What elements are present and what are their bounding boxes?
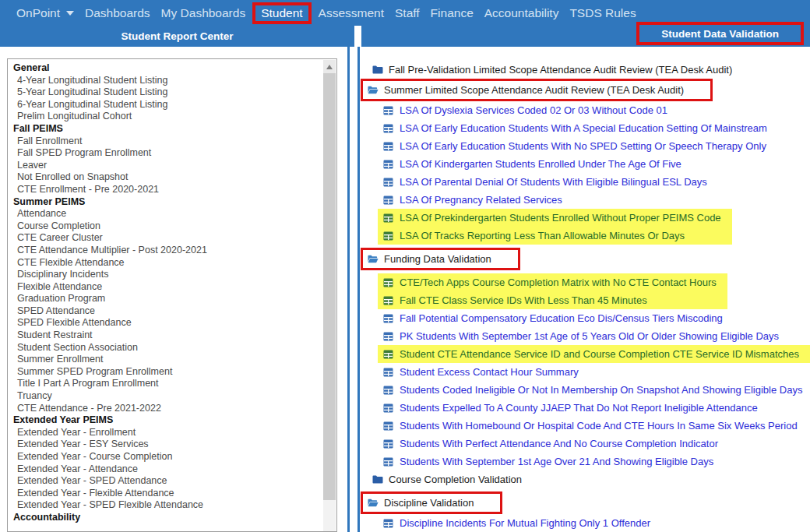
validation-report-link[interactable]: Student Excess Contact Hour Summary <box>366 363 808 381</box>
report-link-label: CTE/Tech Apps Course Completion Matrix w… <box>400 277 717 288</box>
nav-item-assessment[interactable]: Assessment <box>313 6 389 20</box>
report-link-label: Students With September 1st Age Over 21 … <box>400 456 713 467</box>
nav-item-label: Accountability <box>484 6 559 20</box>
report-list-item[interactable]: 5-Year Longitudinal Student Listing <box>8 86 322 99</box>
report-list-item[interactable]: 6-Year Longitudinal Student Listing <box>8 99 322 111</box>
validation-report-link[interactable]: Fall CTE Class Service IDs With Less Tha… <box>378 291 717 309</box>
report-list-item[interactable]: Summer Enrollment <box>8 354 322 366</box>
validation-report-link[interactable]: Students With Homebound Or Hospital Code… <box>366 417 808 435</box>
validation-report-link[interactable]: LSA Of Early Education Students With A S… <box>366 119 808 137</box>
left-widget-title-bar: Student Report Center <box>0 26 354 47</box>
report-group-header: Fall PEIMS <box>8 123 322 136</box>
report-listbox: General4-Year Longitudinal Student Listi… <box>7 58 337 532</box>
report-list-item[interactable]: Extended Year - Attendance <box>8 463 322 476</box>
report-list-item[interactable]: CTE Flexible Attendance <box>8 257 322 270</box>
report-list-item[interactable]: Flexible Attendance <box>8 281 322 294</box>
validation-folder-row[interactable]: Summer Limited Scope Attendance Audit Re… <box>368 82 684 98</box>
validation-folder-row[interactable]: Fall Pre-Validation Limited Scope Attend… <box>366 61 808 79</box>
nav-item-onpoint[interactable]: OnPoint <box>11 6 79 20</box>
report-list-item[interactable]: 4-Year Longitudinal Student Listing <box>8 75 322 87</box>
left-widget-right-border <box>347 47 350 532</box>
report-list-item[interactable]: Disciplinary Incidents <box>8 269 322 281</box>
report-link-label: PK Students With September 1st Age of 5 … <box>400 330 779 342</box>
validation-folder-row[interactable]: Funding Data Validation <box>368 251 491 267</box>
report-list-item[interactable]: Graduation Program <box>8 293 322 305</box>
validation-report-link[interactable]: Discipline Incidents For Mutual Fighting… <box>366 514 808 532</box>
report-list-item[interactable]: Student Restraint <box>8 329 322 342</box>
validation-report-link[interactable]: LSA Of Prekindergarten Students Enrolled… <box>378 209 721 227</box>
report-list-item[interactable]: Attendance <box>8 208 322 220</box>
report-list-item[interactable]: SPED Attendance <box>8 305 322 318</box>
table-icon <box>383 213 394 223</box>
folder-label: Summer Limited Scope Attendance Audit Re… <box>384 84 684 96</box>
nav-item-accountability[interactable]: Accountability <box>479 6 565 20</box>
validation-report-link[interactable]: Students With Perfect Attendance And No … <box>366 435 808 453</box>
validation-report-link[interactable]: LSA Of Dyslexia Services Coded 02 Or 03 … <box>366 101 808 119</box>
report-list-item[interactable]: Extended Year - Course Completion <box>8 451 322 463</box>
nav-item-staff[interactable]: Staff <box>389 6 425 20</box>
validation-report-link[interactable]: CTE/Tech Apps Course Completion Matrix w… <box>378 273 717 291</box>
report-list-item[interactable]: Fall Enrollment <box>8 136 322 148</box>
report-list-item[interactable]: SPED Flexible Attendance <box>8 317 322 329</box>
nav-item-my-dashboards[interactable]: My Dashboards <box>156 6 252 20</box>
report-list-item[interactable]: Truancy <box>8 390 322 403</box>
report-link-label: Students With Perfect Attendance And No … <box>400 438 718 449</box>
report-list-item[interactable]: CTE Enrollment - Pre 2020-2021 <box>8 184 322 196</box>
report-list-item[interactable]: Not Enrolled on Snapshot <box>8 171 322 184</box>
folder-closed-icon <box>372 65 383 75</box>
nav-item-tsds-rules[interactable]: TSDS Rules <box>564 6 641 20</box>
validation-report-link[interactable]: Fall Potential Compensatory Education Ec… <box>366 309 808 327</box>
report-link-label: Fall CTE Class Service IDs With Less Tha… <box>400 294 647 306</box>
report-link-label: Student Excess Contact Hour Summary <box>400 366 579 378</box>
scrollbar-thumb[interactable] <box>323 73 336 500</box>
report-link-label: Students With Homebound Or Hospital Code… <box>400 420 798 432</box>
report-list-item[interactable]: Extended Year - Flexible Attendance <box>8 488 322 500</box>
table-icon <box>383 178 394 187</box>
nav-item-label: Finance <box>431 6 474 20</box>
validation-report-link[interactable]: LSA Of Kindergarten Students Enrolled Un… <box>366 155 808 173</box>
report-list-item[interactable]: Extended Year - Enrollment <box>8 427 322 439</box>
report-list-item[interactable]: Extended Year - ESY Services <box>8 439 322 451</box>
folder-label: Fall Pre-Validation Limited Scope Attend… <box>389 64 732 76</box>
report-list-item[interactable]: CTE Attendance - Pre 2021-2022 <box>8 403 322 415</box>
scrollbar[interactable] <box>323 60 336 531</box>
validation-report-link[interactable]: PK Students With September 1st Age of 5 … <box>366 327 808 345</box>
validation-report-link[interactable]: LSA Of Pregnancy Related Services <box>366 191 808 209</box>
report-list-item[interactable]: Leaver <box>8 160 322 172</box>
report-list-item[interactable]: Summer SPED Program Enrollment <box>8 366 322 379</box>
nav-item-student[interactable]: Student <box>252 2 311 24</box>
scrollbar-up-button[interactable] <box>323 60 336 73</box>
validation-report-link[interactable]: LSA Of Parental Denial Of Students With … <box>366 173 808 191</box>
validation-report-link[interactable]: Students Coded Ineligible Or Not In Memb… <box>366 381 808 399</box>
validation-report-link[interactable]: Students With September 1st Age Over 21 … <box>366 453 808 470</box>
nav-item-finance[interactable]: Finance <box>425 6 479 20</box>
report-list-item[interactable]: Title I Part A Program Enrollment <box>8 378 322 390</box>
folder-label: Funding Data Validation <box>384 253 491 265</box>
report-list-item[interactable]: CTE Attendance Multiplier - Post 2020-20… <box>8 245 322 257</box>
nav-item-dashboards[interactable]: Dashboards <box>79 6 156 20</box>
validation-report-tree: Fall Pre-Validation Limited Scope Attend… <box>366 61 808 532</box>
validation-report-link[interactable]: Students Expelled To A County JJAEP That… <box>366 399 808 417</box>
report-group-header: Summer PEIMS <box>8 196 322 209</box>
report-list-item[interactable]: Extended Year - SPED Attendance <box>8 475 322 488</box>
report-list-item[interactable]: Prelim Longitudinal Cohort <box>8 111 322 123</box>
validation-report-link[interactable]: LSA Of Early Education Students With No … <box>366 137 808 155</box>
validation-folder-row[interactable]: Discipline Validation <box>368 495 474 511</box>
folder-open-icon <box>368 498 379 508</box>
folder-label: Course Completion Validation <box>389 474 522 485</box>
validation-folder-row[interactable]: Course Completion Validation <box>366 470 808 488</box>
table-icon <box>383 314 394 323</box>
report-list-item[interactable]: Extended Year - SPED Flexible Attendance <box>8 499 322 512</box>
report-link-label: LSA Of Early Education Students With No … <box>400 140 766 152</box>
validation-report-link[interactable]: Student CTE Attendance Service ID and Co… <box>378 345 799 363</box>
report-list-item[interactable]: Fall SPED Program Enrollment <box>8 147 322 160</box>
folder-open-icon <box>368 254 379 264</box>
table-icon <box>383 106 394 115</box>
left-panel-title: Student Report Center <box>121 30 233 42</box>
report-list-item[interactable]: CTE Career Cluster <box>8 232 322 245</box>
report-link-label: LSA Of Parental Denial Of Students With … <box>400 176 707 188</box>
validation-report-link[interactable]: LSA Of Tracks Reporting Less Than Allowa… <box>378 227 721 245</box>
table-icon <box>383 403 394 413</box>
report-list-item[interactable]: Course Completion <box>8 220 322 233</box>
report-list-item[interactable]: Student Section Association <box>8 342 322 354</box>
